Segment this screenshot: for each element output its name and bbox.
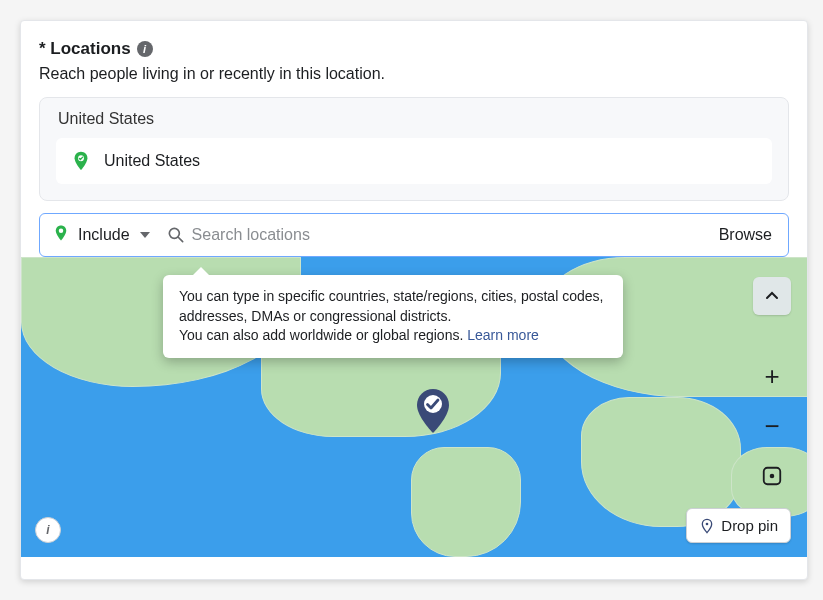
- locations-panel: * Locations i Reach people living in or …: [20, 20, 808, 580]
- pin-outline-icon: [699, 518, 715, 534]
- chevron-down-icon: [140, 232, 150, 238]
- locate-button[interactable]: [753, 457, 791, 495]
- map-location-pin-icon[interactable]: [413, 387, 453, 439]
- selected-location-row[interactable]: United States: [56, 138, 772, 184]
- svg-point-1: [59, 229, 64, 234]
- browse-button[interactable]: Browse: [703, 226, 788, 244]
- drop-pin-label: Drop pin: [721, 517, 778, 534]
- include-pin-icon: [52, 224, 70, 246]
- learn-more-link[interactable]: Learn more: [467, 327, 539, 343]
- selected-locations-box: United States United States: [39, 97, 789, 201]
- section-subtitle: Reach people living in or recently in th…: [39, 65, 789, 83]
- tooltip-text-2: You can also add worldwide or global reg…: [179, 327, 463, 343]
- zoom-out-button[interactable]: −: [753, 407, 791, 445]
- svg-line-3: [178, 238, 182, 242]
- search-icon: [166, 225, 186, 245]
- info-icon[interactable]: i: [137, 41, 153, 57]
- tooltip-text-1: You can type in specific countries, stat…: [179, 288, 603, 324]
- zoom-in-button[interactable]: +: [753, 357, 791, 395]
- map-container[interactable]: You can type in specific countries, stat…: [21, 257, 807, 557]
- location-pin-icon: [70, 150, 92, 172]
- section-header: * Locations i: [39, 39, 789, 59]
- selected-location-name: United States: [104, 152, 200, 170]
- section-title: * Locations: [39, 39, 131, 59]
- include-label: Include: [78, 226, 130, 244]
- location-group-header: United States: [56, 110, 772, 128]
- svg-point-6: [770, 474, 775, 479]
- location-search-input[interactable]: [192, 214, 703, 256]
- map-info-button[interactable]: i: [35, 517, 61, 543]
- map-collapse-button[interactable]: [753, 277, 791, 315]
- drop-pin-button[interactable]: Drop pin: [686, 508, 791, 543]
- include-dropdown[interactable]: Include: [40, 214, 160, 256]
- landmass: [411, 447, 521, 557]
- svg-point-2: [169, 228, 179, 238]
- world-map[interactable]: You can type in specific countries, stat…: [21, 257, 807, 557]
- svg-point-7: [706, 522, 709, 525]
- search-row: Include Browse: [39, 213, 789, 257]
- search-help-tooltip: You can type in specific countries, stat…: [163, 275, 623, 358]
